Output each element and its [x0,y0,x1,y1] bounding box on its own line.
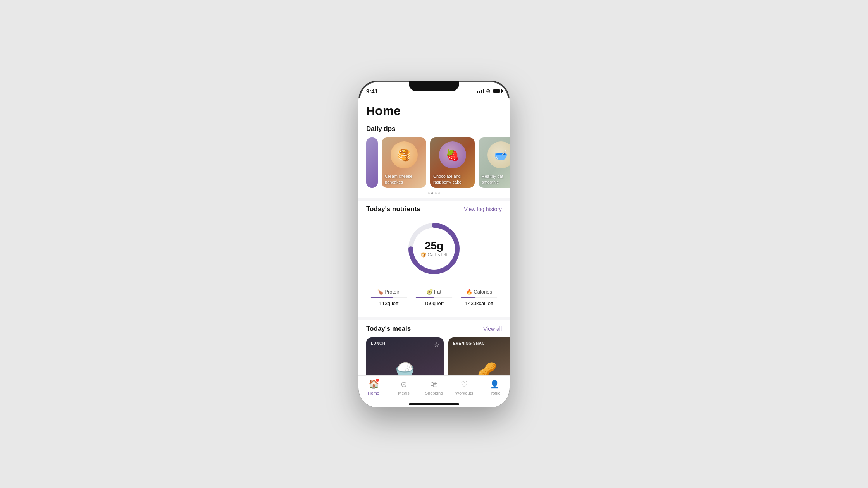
calories-bar [461,297,497,298]
nav-item-profile[interactable]: 👤 Profile [479,379,510,395]
signal-icon [477,89,484,93]
divider-2 [358,317,510,320]
workouts-nav-label: Workouts [455,391,473,395]
tip-label-3: Healthy oat smoothie [482,174,510,185]
protein-value: 113g left [379,301,398,306]
home-notification-dot [376,379,379,382]
home-indicator [409,403,459,405]
nutrient-protein-name: 🍗 Protein [377,289,400,295]
scroll-indicator [358,192,510,194]
nutrient-protein: 🍗 Protein 113g left [366,289,412,306]
fat-icon: 🥑 [427,289,433,295]
meals-header: Today's meals View all [358,325,510,337]
nutrients-title: Today's nutrients [366,205,420,213]
meal-badge-snack: EVENING SNAC [453,341,485,345]
profile-nav-label: Profile [488,391,500,395]
shopping-nav-label: Shopping [425,391,443,395]
view-log-history-link[interactable]: View log history [464,206,502,212]
nutrient-fat-name: 🥑 Fat [427,289,441,295]
profile-nav-icon: 👤 [489,379,500,390]
tip-label-1: Cream cheese pancakes [385,174,423,185]
meals-nav-label: Meals [398,391,409,395]
meal-favorite-lunch[interactable]: ☆ [434,340,440,349]
nutrient-calories: 🔥 Calories 1430kcal left [456,289,502,306]
fat-bar [416,297,452,298]
bottom-nav: 🏠 Home ⊙ Meals 🛍 Shopping ♡ Workouts [358,375,510,407]
fat-value: 150g left [424,301,444,306]
tips-scroll[interactable]: 🥞 Cream cheese pancakes 🍓 Chocolate and … [358,137,510,188]
nav-item-meals[interactable]: ⊙ Meals [389,379,419,395]
nutrients-body: 25g 🍞 Carbs left 🍗 Protein [358,218,510,314]
tip-food-icon-1: 🥞 [391,141,418,168]
page-header: Home [358,98,510,122]
meals-nav-icon: ⊙ [398,379,409,390]
page-title: Home [366,104,502,118]
home-nav-icon: 🏠 [368,379,379,390]
nutrients-header: Today's nutrients View log history [358,205,510,218]
page-content: Home Daily tips 🥞 Cream cheese pancakes [358,98,510,407]
status-time: 9:41 [366,88,378,95]
wifi-icon: ⊛ [486,88,491,94]
meals-title: Today's meals [366,325,411,333]
donut-chart: 25g 🍞 Carbs left [403,218,465,280]
home-nav-label: Home [368,391,379,395]
nutrient-calories-name: 🔥 Calories [466,289,492,295]
daily-tips-section: Daily tips 🥞 Cream cheese pancakes 🍓 [358,122,510,194]
tip-card-3[interactable]: 🥣 Healthy oat smoothie [479,137,510,188]
view-all-meals-link[interactable]: View all [483,326,502,332]
tip-food-icon-2: 🍓 [439,141,466,168]
nutrient-fat: 🥑 Fat 150g left [412,289,457,306]
status-icons: ⊛ [477,88,502,94]
divider-1 [358,198,510,201]
battery-icon [493,89,502,93]
nav-item-workouts[interactable]: ♡ Workouts [449,379,479,395]
nutrients-section: Today's nutrients View log history 25g 🍞… [358,204,510,314]
tip-card-1[interactable]: 🥞 Cream cheese pancakes [382,137,426,188]
calories-icon: 🔥 [466,289,472,295]
tip-label-2: Chocolate and raspberry cake [433,174,472,185]
shopping-nav-icon: 🛍 [429,379,439,390]
protein-bar [371,297,407,298]
donut-value: 25g [420,240,448,252]
nav-item-shopping[interactable]: 🛍 Shopping [419,379,449,395]
donut-center: 25g 🍞 Carbs left [420,240,448,258]
nav-item-home[interactable]: 🏠 Home [358,379,389,395]
protein-icon: 🍗 [377,289,383,295]
phone-frame: 9:41 ⊛ Home Daily tips [358,81,510,407]
daily-tips-header: Daily tips [358,125,510,137]
screen[interactable]: Home Daily tips 🥞 Cream cheese pancakes [358,98,510,407]
donut-label: 🍞 Carbs left [420,252,448,258]
daily-tips-title: Daily tips [366,125,396,133]
notch [409,81,459,91]
nutrients-stats: 🍗 Protein 113g left 🥑 Fat [366,289,502,306]
meal-badge-lunch: LUNCH [371,341,386,345]
tip-partial-card[interactable] [366,137,378,188]
workouts-nav-icon: ♡ [459,379,470,390]
calories-value: 1430kcal left [465,301,493,306]
tip-card-2[interactable]: 🍓 Chocolate and raspberry cake [430,137,475,188]
